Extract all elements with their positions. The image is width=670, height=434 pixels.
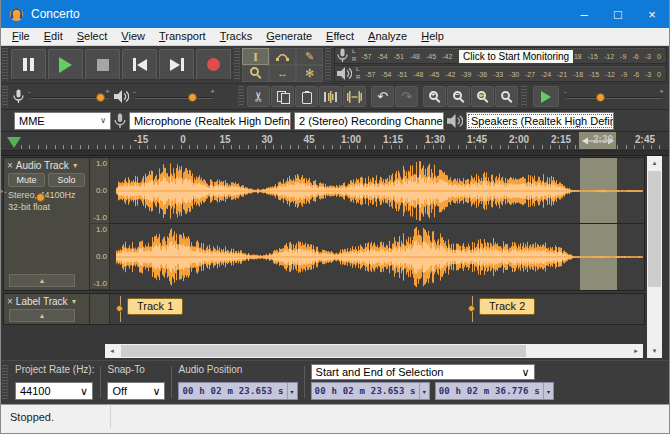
menu-item-view[interactable]: View (114, 28, 152, 45)
playback-volume-slider-thumb[interactable] (188, 93, 197, 102)
menu-item-edit[interactable]: Edit (37, 28, 70, 45)
mute-button[interactable]: Mute (8, 173, 45, 187)
scroll-left-icon[interactable]: ◂ (105, 344, 119, 358)
skip-to-start-button[interactable] (122, 49, 157, 80)
scroll-down-icon[interactable]: ▾ (647, 344, 662, 358)
recording-device-select[interactable]: Microphone (Realtek High Defini∨ (129, 112, 291, 130)
multi-tool-button[interactable]: ✻ (296, 65, 323, 82)
copy-button[interactable] (271, 86, 294, 107)
right-channel[interactable] (110, 224, 644, 290)
tools-toolbar-grip[interactable] (234, 48, 240, 81)
label-track-menu-icon[interactable]: ▼ (71, 298, 78, 305)
timeline-ruler[interactable]: -1501530451:001:151:301:452:002:152:302:… (1, 132, 669, 156)
audio-position-field[interactable]: 00 h 02 m 23.653 s ▾ (178, 382, 297, 400)
silence-audio-button[interactable] (343, 86, 366, 107)
selection-toolbar-grip[interactable] (2, 365, 8, 399)
cut-button[interactable]: ✂ (247, 86, 270, 107)
menu-item-analyze[interactable]: Analyze (361, 28, 414, 45)
menu-item-help[interactable]: Help (414, 28, 451, 45)
playback-meter[interactable]: LR -57-54-51-48-45-42-39-36-33-30-27-24-… (334, 65, 667, 82)
vertical-ruler[interactable]: 1.0 0.0 -1.0 1.0 0.0 -1.0 (90, 158, 110, 290)
record-button[interactable] (196, 49, 231, 80)
play-speed-slider-thumb[interactable] (596, 93, 605, 102)
playback-volume-slider[interactable]: - + (133, 89, 215, 105)
timeshift-tool-button[interactable]: ↔ (269, 65, 296, 82)
scrub-bar[interactable] (1, 150, 669, 155)
horizontal-scrollbar[interactable]: ◂ ▸ (105, 344, 643, 358)
pinned-play-head-button[interactable] (5, 135, 22, 150)
play-at-speed-grip[interactable] (521, 86, 527, 107)
timeline-label: 2:15 (551, 134, 571, 145)
label-track-collapse-button[interactable]: ▲ (9, 309, 75, 322)
menu-item-effect[interactable]: Effect (319, 28, 361, 45)
label-lane[interactable]: Track 1 Track 2 (110, 294, 644, 324)
play-speed-slider[interactable]: - + (564, 89, 664, 105)
audio-track-menu-icon[interactable]: ▼ (72, 162, 79, 169)
play-at-speed-button[interactable] (533, 86, 559, 107)
waveform-canvas-right[interactable] (110, 224, 644, 290)
left-channel[interactable] (110, 158, 644, 224)
mixer-toolbar-grip[interactable] (2, 86, 8, 107)
recording-channels-select[interactable]: 2 (Stereo) Recording Channels∨ (294, 112, 444, 130)
project-rate-select[interactable]: 44100∨ (15, 382, 93, 400)
speaker-icon (337, 67, 352, 80)
transport-toolbar-grip[interactable] (2, 48, 8, 81)
scroll-right-icon[interactable]: ▸ (629, 344, 643, 358)
spinner-icon[interactable]: ▾ (287, 383, 297, 399)
scroll-up-icon[interactable]: ▴ (647, 156, 662, 170)
zoom-out-button[interactable]: − (447, 86, 470, 107)
audio-host-select[interactable]: MME∨ (14, 112, 111, 130)
selection-end-field[interactable]: 00 h 02 m 36.776 s ▾ (435, 382, 554, 400)
stop-button[interactable] (85, 49, 120, 80)
menu-item-select[interactable]: Select (70, 28, 115, 45)
recording-volume-slider-thumb[interactable] (96, 93, 105, 102)
pan-slider-thumb[interactable] (36, 193, 45, 202)
trim-audio-button[interactable] (319, 86, 342, 107)
close-button[interactable]: × (635, 0, 669, 28)
edit-toolbar-grip[interactable] (238, 86, 244, 107)
maximize-button[interactable]: □ (601, 0, 635, 28)
draw-tool-button[interactable]: ✎ (296, 48, 323, 65)
paste-button[interactable] (295, 86, 318, 107)
vertical-scrollbar-thumb[interactable] (648, 171, 661, 287)
skip-to-end-button[interactable] (159, 49, 194, 80)
play-button[interactable] (48, 49, 83, 80)
menu-item-file[interactable]: File (5, 28, 37, 45)
redo-button[interactable]: ↷ (395, 86, 418, 107)
label-text[interactable]: Track 1 (127, 298, 183, 315)
solo-button[interactable]: Solo (48, 173, 85, 187)
audio-track-title[interactable]: Audio Track (16, 160, 69, 171)
vertical-scrollbar[interactable]: ▴ ▾ (647, 156, 662, 358)
zoom-selection-button[interactable]: ◂▸ (471, 86, 494, 107)
meter-toolbar-grip[interactable] (325, 48, 331, 81)
spinner-icon[interactable]: ▾ (543, 383, 553, 399)
zoom-fit-button[interactable]: ↔ (495, 86, 518, 107)
zoom-tool-button[interactable] (242, 65, 269, 82)
label-track-title[interactable]: Label Track (16, 296, 68, 307)
label-marker-icon[interactable] (468, 305, 475, 312)
snap-to-select[interactable]: Off∨ (107, 382, 165, 400)
selection-range-mode-select[interactable]: Start and End of Selection∨ (311, 364, 535, 380)
selection-start-field[interactable]: 00 h 02 m 23.653 s ▾ (311, 382, 430, 400)
waveform-canvas-left[interactable] (110, 158, 644, 224)
undo-button[interactable]: ↶ (371, 86, 394, 107)
envelope-tool-button[interactable] (269, 48, 296, 65)
menu-item-tracks[interactable]: Tracks (213, 28, 260, 45)
recording-volume-slider[interactable]: - + (28, 89, 110, 105)
label-text[interactable]: Track 2 (479, 298, 535, 315)
pause-button[interactable] (11, 49, 46, 80)
label-track-close-icon[interactable]: × (7, 297, 13, 307)
menu-item-generate[interactable]: Generate (259, 28, 319, 45)
selection-tool-button[interactable]: I (242, 48, 269, 65)
label-marker-icon[interactable] (116, 305, 123, 312)
audio-track-collapse-button[interactable]: ▲ (9, 274, 75, 287)
horizontal-scrollbar-thumb[interactable] (121, 345, 526, 357)
menu-item-transport[interactable]: Transport (152, 28, 213, 45)
timeline-scale[interactable]: -1501530451:001:151:301:452:002:152:302:… (21, 132, 666, 149)
playback-device-select[interactable]: Speakers (Realtek High Definiti∨ (466, 112, 614, 130)
spinner-icon[interactable]: ▾ (419, 383, 429, 399)
zoom-in-button[interactable]: + (423, 86, 446, 107)
audio-track-close-icon[interactable]: × (7, 161, 13, 171)
minimize-button[interactable]: – (567, 0, 601, 28)
horizontal-scrollbar-track[interactable] (119, 344, 629, 358)
